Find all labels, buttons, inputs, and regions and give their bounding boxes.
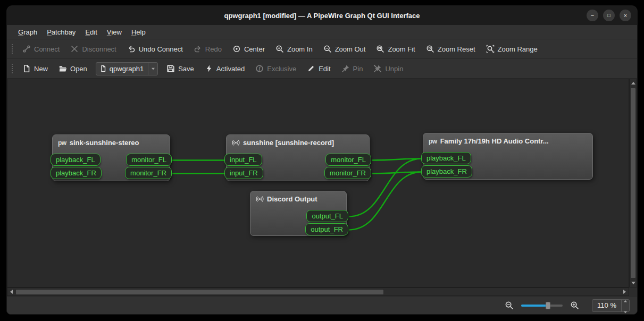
vertical-scrollbar[interactable] (629, 79, 637, 288)
unpin-button[interactable]: Unpin (368, 61, 408, 76)
open-button[interactable]: Open (53, 61, 93, 76)
center-icon (232, 45, 241, 53)
node-discord[interactable]: Discord Outputoutput_FLoutput_FR (250, 191, 347, 236)
edit-icon (307, 64, 315, 73)
undo-icon (127, 45, 136, 53)
disconnect-button[interactable]: Disconnect (65, 41, 121, 56)
save-button[interactable]: Save (161, 61, 199, 76)
node-title-text: sunshine [sunshine-record] (243, 139, 334, 147)
patchbay-combo[interactable]: qpwgraph1 (96, 62, 158, 75)
button-label: Redo (205, 45, 222, 53)
titlebar[interactable]: qpwgraph1 [modified] — A PipeWire Graph … (7, 6, 637, 25)
zoom-in-icon[interactable] (570, 301, 579, 310)
button-label: Unpin (385, 65, 403, 73)
vertical-scrollbar-handle[interactable] (630, 88, 636, 278)
node-title-text: sink-sunshine-stereo (70, 139, 139, 147)
zoom-spin-up[interactable] (623, 295, 628, 305)
port-sink-monitor-fl[interactable]: monitor_FL (126, 154, 172, 166)
undo-connect-button[interactable]: Undo Connect (122, 41, 188, 56)
scroll-down-arrow[interactable] (631, 279, 635, 287)
pipewire-icon: pw (58, 139, 66, 147)
center-button[interactable]: Center (227, 41, 270, 56)
pin-button[interactable]: Pin (336, 61, 369, 76)
port-sink-playback-fl[interactable]: playback_FL (51, 154, 101, 166)
scroll-up-arrow[interactable] (631, 79, 635, 87)
button-label: Edit (319, 65, 330, 73)
button-label: Center (244, 45, 265, 53)
scrollbar-corner (629, 288, 637, 296)
port-discord-output-fr[interactable]: output_FR (305, 223, 348, 235)
zoom-in-button[interactable]: Zoom In (270, 41, 318, 56)
port-family-playback-fr[interactable]: playback_FR (421, 165, 472, 178)
port-family-playback-fl[interactable]: playback_FL (421, 152, 471, 164)
node-sink[interactable]: pwsink-sunshine-stereoplayback_FLplaybac… (52, 134, 170, 181)
toolbar-drag-handle[interactable] (11, 63, 14, 74)
port-sunshine-input-fr[interactable]: input_FR (224, 167, 263, 179)
zoom-spin-down[interactable] (623, 306, 628, 315)
port-discord-output-fl[interactable]: output_FL (306, 210, 348, 222)
toolbar-patchbay: NewOpen qpwgraph1 SaveActivatedfExclusiv… (7, 59, 637, 79)
zoom-slider[interactable] (521, 305, 563, 307)
edit-button[interactable]: Edit (302, 61, 336, 76)
port-sink-playback-fr[interactable]: playback_FR (51, 167, 102, 179)
menu-edit[interactable]: Edit (80, 25, 102, 39)
zoom-fit-icon (376, 45, 384, 53)
zoom-slider-knob[interactable] (546, 302, 550, 309)
window-title: qpwgraph1 [modified] — A PipeWire Graph … (224, 12, 420, 20)
zoom-reset-button[interactable]: Zoom Reset (421, 41, 481, 56)
menu-graph[interactable]: Graph (13, 25, 42, 39)
scroll-left-arrow[interactable] (7, 290, 15, 294)
button-label: Zoom Range (498, 45, 538, 53)
redo-button[interactable]: Redo (188, 41, 227, 56)
button-label: Undo Connect (139, 45, 183, 53)
port-sunshine-monitor-fr[interactable]: monitor_FR (324, 167, 371, 179)
zoom-spin-arrows (621, 300, 629, 311)
desktop: qpwgraph1 [modified] — A PipeWire Graph … (0, 0, 644, 321)
statusbar: 110 % (7, 296, 637, 314)
scroll-right-arrow[interactable] (621, 290, 629, 294)
port-sink-monitor-fr[interactable]: monitor_FR (125, 167, 172, 179)
zoom-spinbox[interactable]: 110 % (592, 299, 630, 312)
graph-canvas[interactable]: pwsink-sunshine-stereoplayback_FLplaybac… (7, 79, 629, 288)
connect-button[interactable]: Connect (17, 41, 65, 56)
new-icon (22, 64, 31, 73)
maximize-button[interactable]: □ (603, 10, 615, 21)
disconnect-icon (70, 45, 79, 53)
port-sunshine-monitor-fl[interactable]: monitor_FL (325, 154, 371, 166)
zoom-out-icon (323, 45, 332, 53)
zoom-fit-button[interactable]: Zoom Fit (371, 41, 420, 56)
horizontal-scrollbar-handle[interactable] (15, 289, 384, 295)
button-label: Pin (353, 65, 363, 73)
menu-patchbay[interactable]: Patchbay (42, 25, 80, 39)
canvas-area: pwsink-sunshine-stereoplayback_FLplaybac… (7, 79, 637, 296)
port-sunshine-input-fl[interactable]: input_FL (224, 154, 262, 166)
exclusive-button[interactable]: fExclusive (250, 61, 302, 76)
node-title: sunshine [sunshine-record] (227, 135, 369, 149)
close-button[interactable]: × (620, 10, 631, 21)
node-sunshine[interactable]: sunshine [sunshine-record]input_FLinput_… (226, 134, 370, 181)
node-title-text: Discord Output (267, 195, 317, 203)
node-title-text: Family 17h/19h HD Audio Contr... (440, 137, 549, 145)
new-button[interactable]: New (17, 61, 53, 76)
zoom-out-icon[interactable] (505, 301, 514, 310)
pipewire-icon: pw (429, 138, 437, 145)
zoom-out-button[interactable]: Zoom Out (318, 41, 371, 56)
button-label: Zoom In (287, 45, 313, 53)
node-family[interactable]: pwFamily 17h/19h HD Audio Contr...playba… (423, 133, 593, 180)
save-icon (166, 64, 175, 73)
button-label: Activated (216, 65, 245, 73)
horizontal-scrollbar[interactable] (7, 288, 629, 296)
zoom-range-button[interactable]: Zoom Range (481, 41, 543, 56)
activated-button[interactable]: Activated (199, 61, 250, 76)
menu-view[interactable]: View (102, 25, 127, 39)
zoom-slider-fill (521, 305, 548, 307)
svg-text:f: f (259, 66, 261, 71)
menu-help[interactable]: Help (127, 25, 150, 39)
toolbar-drag-handle[interactable] (11, 44, 14, 54)
button-label: Open (70, 65, 87, 73)
button-label: Zoom Reset (438, 45, 475, 53)
minimize-button[interactable]: − (587, 10, 598, 21)
activated-icon (205, 64, 213, 73)
toolbar-graph: ConnectDisconnectUndo ConnectRedoCenterZ… (7, 39, 637, 59)
redo-icon (194, 45, 202, 53)
